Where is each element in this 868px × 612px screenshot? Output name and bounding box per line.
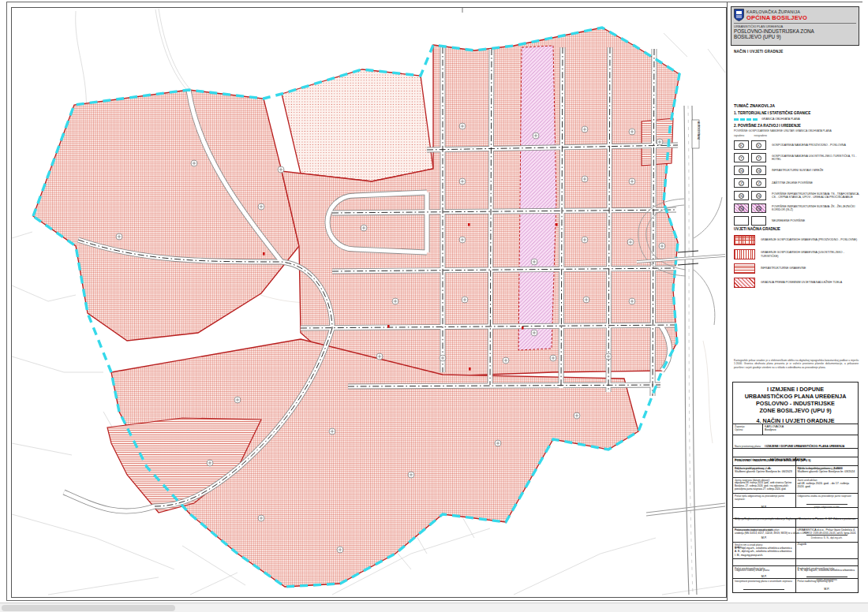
row-team: Stručni tim u izradi plana: Š. N., dipl.… — [733, 543, 858, 559]
map-notes: Kartografski prikaz izrađen je u elektro… — [734, 359, 859, 369]
highway-label: AUTOCESTA A1 — [692, 120, 700, 148]
legend-item-empty-label: NEUREĐENE POVRŠINE — [772, 219, 805, 222]
boundary-label: GRANICA OBUHVATA PLANA — [761, 118, 800, 121]
condition-item-special: GRADNJA PREMA POSEBNIM UVJETIMA NADLEŽNI… — [734, 278, 860, 288]
legend-item-IS2: ISIS POVRŠINE INFRASTRUKTURNIH SUSTAVA: … — [734, 191, 860, 200]
highway-label-text: AUTOCESTA A1 — [697, 121, 700, 140]
county-name: KARLOVAČKA ŽUPANIJA — [746, 9, 807, 14]
municipality-name: OPĆINA BOSILJEVO — [746, 14, 807, 21]
plan-header: KARLOVAČKA ŽUPANIJA OPĆINA BOSILJEVO URB… — [731, 6, 859, 46]
conditions-title: UVJETI NAČINA GRADNJE — [734, 227, 860, 231]
title-line4: ZONE BOSILJEVO (UPU 9) — [735, 407, 856, 414]
title-line3: POSLOVNO - INDUSTRIJSKE — [735, 400, 856, 407]
legend: TUMAČ ZNAKOVLJA 1. TERITORIJALNE I STATI… — [734, 103, 860, 229]
authority-seal-mp: M.P. — [798, 588, 857, 591]
legend-item-K-label: GOSPODARSKA NAMJENA PROIZVODNO - POSLOVN… — [772, 144, 846, 147]
row-authenticity: Istovjetnost prostornog plana s izvornik… — [733, 579, 858, 592]
row-council-seal: Pečat predstavničkog tijela: M.P. Predsj… — [733, 566, 858, 579]
team-member-3: I. M., mag.ing.prosp.arch. — [735, 554, 794, 557]
col-built-label: izgrađeno — [734, 134, 744, 137]
row-number-scale: Broj kartografskog prikaza: 4. Mjerilo k… — [733, 457, 858, 466]
legend-item-Z: ZZ ZAŠTITNE ZELENE POVRŠINE — [734, 178, 860, 188]
symbol-IS-built: IS — [739, 168, 744, 174]
legend-item-T-label: GOSPODARSKA NAMJENA UGOSTITELJSKO-TURIST… — [772, 155, 860, 162]
signature-line — [806, 577, 847, 577]
legend-item-IS2-label: POVRŠINE INFRASTRUKTURNIH SUSTAVA: TS - … — [772, 192, 860, 200]
boundary-line-swatch — [734, 118, 758, 121]
condition-item-industrial: GRAĐENJE GOSPODARSKIH GRAĐEVINA (PROIZVO… — [734, 235, 860, 245]
diagonal-lines-swatch — [734, 278, 755, 288]
condition-tourism-label: GRAĐENJE GOSPODARSKIH GRAĐEVINA (UGOSTIT… — [761, 251, 860, 258]
plan-viewer: AUTOCESTA A1 — [0, 0, 868, 612]
legend-item-boundary: GRANICA OBUHVATA PLANA — [734, 118, 860, 121]
municipality-crest-icon — [734, 9, 744, 21]
hearing-seal-label: Pečat tijela odgovornog za provođenje ja… — [735, 494, 794, 501]
public-hearing-value: objavljena 08. travnja 2024. god., web s… — [735, 482, 794, 491]
title-line2: URBANISTIČKOG PLANA UREĐENJA — [735, 393, 856, 400]
row-public-hearing: Javna rasprava (datum objave): objavljen… — [733, 478, 858, 494]
legend-item-IS: ISIS INFRASTRUKTURNI SUSTAVI I MREŽE — [734, 166, 860, 175]
director-note: Direktorica: Š. N., dipl.ing.arh. — [798, 536, 857, 539]
symbol-rail-built: IS — [739, 206, 744, 211]
author-seal-mp: M.P. — [735, 536, 794, 539]
plan-sheet: AUTOCESTA A1 — [6, 2, 862, 601]
row-map-name: Naziv kartografskog prikaza: NAČIN I UVJ… — [733, 449, 858, 457]
row-hearing-seal: Pečat tijela odgovornog za provođenje ja… — [733, 494, 858, 508]
authority-seal-label: Pečat nadležnog upravnog tijela: — [798, 580, 857, 583]
legend-title: TUMAČ ZNAKOVLJA — [734, 103, 860, 108]
symbol-K-unbuilt: K — [756, 143, 761, 148]
decision-adopt-value: Službeni glasnik Općine Bosiljevo br. 03… — [798, 470, 857, 473]
signature-line — [806, 504, 847, 505]
plan-name-line2: BOSILJEVO (UPU 9) — [734, 34, 856, 39]
header-divider — [734, 23, 856, 24]
hearing-officer-label: Odgovorna osoba za provođenje javne rasp… — [798, 494, 857, 498]
row-lead: Odgovorni voditelj izrade plana: Š. N., … — [733, 559, 858, 566]
signature-line — [743, 589, 784, 590]
symbol-empty-built — [739, 218, 744, 224]
row-author: Pravna osoba koja je izradila plan: URBA… — [733, 519, 858, 528]
municipality-label: Općina: — [735, 428, 761, 431]
legend-item-rail: ISIS POVRŠINE INFRASTRUKTURNIH SUSTAVA: … — [734, 203, 860, 213]
condition-item-tourism: GRAĐENJE GOSPODARSKIH GRAĐEVINA (UGOSTIT… — [734, 249, 860, 259]
map-frame: AUTOCESTA A1 — [11, 7, 727, 598]
condition-infrastructure-label: INFRASTRUKTURNE GRAĐEVINE — [761, 267, 806, 270]
legend-item-T: TT GOSPODARSKA NAMJENA UGOSTITELJSKO-TUR… — [734, 153, 860, 162]
legend-section2-note: POVRŠINE GOSPODARSKE NAMJENE UNUTAR GRAN… — [734, 129, 860, 132]
signature-line — [806, 535, 847, 536]
authenticity-label: Istovjetnost prostornog plana s izvornik… — [735, 580, 794, 583]
railway-corridor — [518, 46, 556, 350]
conditions-legend: UVJETI NAČINA GRADNJE GRAĐENJE GOSPODARS… — [734, 224, 860, 292]
title-panel: KARLOVAČKA ŽUPANIJA OPĆINA BOSILJEVO URB… — [727, 2, 862, 601]
symbol-K-built: K — [739, 143, 744, 148]
symbol-IS2-built: IS — [739, 193, 744, 199]
council-seal-label: Pečat predstavničkog tijela: — [735, 567, 794, 570]
row-decisions: Odluka o izradi prostornog plana: Službe… — [733, 466, 858, 478]
scrollbar-thumb[interactable] — [2, 605, 175, 611]
horizontal-lines-swatch — [734, 263, 755, 274]
public-view-value: od 08. svibnja 2024. god. - do 17. svibn… — [798, 482, 857, 489]
legend-item-IS-label: INFRASTRUKTURNI SUSTAVI I MREŽE — [772, 169, 823, 172]
row-plan-name: Naziv prostornog plana: I IZMJENE I DOPU… — [733, 435, 858, 449]
condition-special-label: GRADNJA PREMA POSEBNIM UVJETIMA NADLEŽNI… — [761, 281, 842, 284]
title-block: I IZMJENE I DOPUNE URBANISTIČKOG PLANA U… — [732, 382, 859, 427]
council-president-label: Predsjednik predstavničkog tijela: — [798, 567, 857, 570]
decision-start-value: Službeni glasnik Općine Bosiljevo br. 06… — [735, 470, 794, 473]
row-opinions: Mišljenja/Suglasnosti prema postupku izd… — [733, 508, 858, 519]
symbol-IS2-unbuilt: IS — [756, 193, 761, 199]
horizontal-scrollbar[interactable] — [0, 603, 868, 612]
legend-item-Z-label: ZAŠTITNE ZELENE POVRŠINE — [772, 181, 813, 185]
vertical-lines-swatch — [734, 249, 755, 259]
symbol-IS-unbuilt: IS — [756, 168, 761, 174]
legend-section2-title: 2. POVRŠINE ZA RAZVOJ I UREĐENJE — [734, 124, 860, 128]
title-line1: I IZMJENE I DOPUNE — [735, 386, 856, 393]
legend-item-rail-label: POVRŠINE INFRASTRUKTURNIH SUSTAVA: ŽK - … — [772, 205, 860, 212]
author-seal-label: Pečat pravne osobe koja je izradila plan… — [735, 528, 794, 532]
sheet-label: NAČIN I UVJETI GRADNJE — [734, 50, 784, 54]
zone-west-industrial — [33, 90, 299, 341]
plan-info-table: Županija: Općina: KARLOVAČKA Bosiljevo N… — [732, 424, 859, 593]
symbol-Z-unbuilt: Z — [756, 181, 761, 186]
legend-item-K: KK GOSPODARSKA NAMJENA PROIZVODNO - POSL… — [734, 140, 860, 150]
symbol-rail-unbuilt: IS — [756, 206, 761, 211]
municipality-value: Bosiljevo — [765, 428, 856, 431]
symbol-T-built: T — [739, 155, 744, 161]
